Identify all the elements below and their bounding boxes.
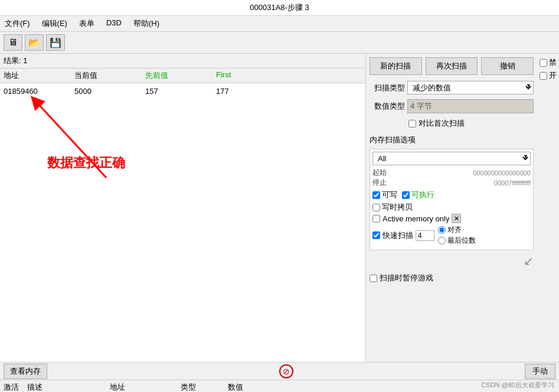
last-bit-label: 最后位数 <box>447 236 476 246</box>
side-open: 开 <box>540 70 557 81</box>
right-panel: 新的扫描 再次扫描 撤销 扫描类型 减少的数值 数值类型 4 字节 对比首次扫描… <box>366 54 537 362</box>
title-bar: 000031A8-步骤 3 <box>0 0 559 16</box>
annotation-text: 数据查找正确 <box>47 154 125 172</box>
side-disable: 禁 <box>540 57 557 68</box>
pause-game-label: 扫描时暂停游戏 <box>380 273 433 283</box>
table-header: 地址 当前值 先前值 First <box>0 68 365 83</box>
value-type-label: 数值类型 <box>370 101 405 112</box>
view-memory-button[interactable]: 查看内存 <box>4 364 47 379</box>
arrow-corner: ↙ <box>370 254 534 268</box>
footer-col-addr: 地址 <box>110 382 181 392</box>
active-memory-x-button[interactable]: ✕ <box>452 214 461 223</box>
fast-scan-row: 快速扫描 <box>372 230 434 241</box>
fast-scan-label: 快速扫描 <box>383 230 413 241</box>
cell-first: 177 <box>216 87 287 96</box>
table-body: 01859460 5000 157 177 数据查找正确 <box>0 83 365 362</box>
side-checkboxes: 禁 开 <box>537 54 559 362</box>
last-bit-radio-item: 最后位数 <box>438 236 476 246</box>
compare-first-label: 对比首次扫描 <box>419 118 465 129</box>
memory-all-wrapper: All <box>372 152 531 165</box>
scan-type-row: 扫描类型 减少的数值 <box>370 81 534 94</box>
fast-scan-checkbox[interactable] <box>372 231 380 239</box>
footer-col-type: 类型 <box>181 382 228 392</box>
arrow-overlay <box>0 83 372 319</box>
toolbar-btn-2[interactable]: 📂 <box>25 34 44 51</box>
fast-scan-input[interactable] <box>416 230 434 241</box>
writable-checkbox[interactable] <box>372 191 380 199</box>
align-radio-item: 对齐 <box>438 225 476 235</box>
value-type-row: 数值类型 4 字节 <box>370 99 534 113</box>
start-label: 起始 <box>372 168 389 178</box>
memory-all-select[interactable]: All <box>372 152 531 165</box>
scan-type-select[interactable]: 减少的数值 <box>407 81 534 94</box>
left-panel: 结果: 1 地址 当前值 先前值 First 01859460 5000 157… <box>0 54 366 362</box>
results-label: 结果: 1 <box>0 54 365 68</box>
pause-row: 扫描时暂停游戏 <box>370 273 534 283</box>
stop-label: 停止 <box>372 178 389 188</box>
footer-col-desc: 描述 <box>27 382 110 392</box>
cell-addr: 01859460 <box>4 87 74 96</box>
watermark: CSDN @80后大叔爱学习 <box>481 381 554 390</box>
menu-edit[interactable]: 编辑(E) <box>40 17 70 30</box>
table-row[interactable]: 01859460 5000 157 177 <box>4 86 362 97</box>
compare-first-row: 对比首次扫描 <box>408 118 534 129</box>
copy-on-write-checkbox[interactable] <box>372 204 380 211</box>
footer-table: 激活 描述 地址 类型 数值 无描述 01859460 4 字节 5000 <box>0 380 559 392</box>
align-radio[interactable] <box>438 226 446 234</box>
executable-item: 可执行 <box>402 190 434 200</box>
toolbar-btn-1[interactable]: 🖥 <box>4 34 22 51</box>
col-header-first: First <box>216 70 287 81</box>
scan-type-select-wrapper: 减少的数值 <box>407 81 534 94</box>
open-label: 开 <box>549 70 557 81</box>
scan-buttons: 新的扫描 再次扫描 撤销 <box>370 57 534 75</box>
cancel-icon[interactable]: ⊘ <box>279 364 293 378</box>
manual-button[interactable]: 手动 <box>525 364 555 379</box>
footer-col-active: 激活 <box>4 382 27 392</box>
align-label: 对齐 <box>447 225 462 235</box>
last-bit-radio[interactable] <box>438 237 446 244</box>
toolbar-btn-3[interactable]: 💾 <box>46 34 65 51</box>
menu-help[interactable]: 帮助(H) <box>131 17 162 30</box>
active-memory-checkbox[interactable] <box>372 215 380 223</box>
toolbar: 🖥 📂 💾 <box>0 32 559 54</box>
open-checkbox[interactable] <box>540 72 547 80</box>
menu-d3d[interactable]: D3D <box>104 17 124 30</box>
col-header-current: 当前值 <box>74 70 145 81</box>
bottom-bar: 查看内存 ⊘ 手动 <box>0 362 559 380</box>
arrow-icon: ↙ <box>524 254 534 268</box>
copy-on-write-label: 写时拷贝 <box>382 202 413 213</box>
copy-on-write-item: 写时拷贝 <box>372 202 531 213</box>
active-memory-label: Active memory only <box>383 214 449 223</box>
menu-bar: 文件(F) 编辑(E) 表单 D3D 帮助(H) <box>0 16 559 32</box>
col-header-addr: 地址 <box>4 70 74 81</box>
disable-checkbox[interactable] <box>540 59 547 67</box>
writable-item: 可写 <box>372 190 397 200</box>
disable-label: 禁 <box>549 57 557 68</box>
check-grid: 可写 可执行 <box>372 190 531 200</box>
start-addr-row: 起始 <box>372 168 531 178</box>
scan-type-label: 扫描类型 <box>370 83 405 93</box>
writable-label: 可写 <box>382 190 397 200</box>
executable-label: 可执行 <box>411 190 434 200</box>
fast-scan-section: 快速扫描 对齐 最后位数 <box>372 225 531 246</box>
rescan-button[interactable]: 再次扫描 <box>426 57 478 75</box>
start-addr-input[interactable] <box>390 169 531 177</box>
cell-prev: 157 <box>145 87 216 96</box>
compare-first-checkbox[interactable] <box>408 120 416 128</box>
cell-current: 5000 <box>74 87 145 96</box>
stop-addr-input[interactable] <box>390 179 531 187</box>
cancel-scan-button[interactable]: 撤销 <box>481 57 534 75</box>
window-title: 000031A8-步骤 3 <box>250 3 309 12</box>
col-header-prev: 先前值 <box>145 70 216 81</box>
new-scan-button[interactable]: 新的扫描 <box>370 57 422 75</box>
menu-form[interactable]: 表单 <box>77 17 97 30</box>
memory-options-box: All 起始 停止 可写 可执行 <box>370 149 534 250</box>
menu-file[interactable]: 文件(F) <box>2 17 32 30</box>
cancel-icon-area: ⊘ <box>52 364 520 378</box>
footer-header: 激活 描述 地址 类型 数值 <box>0 380 559 392</box>
pause-game-checkbox[interactable] <box>370 275 377 282</box>
radio-group: 对齐 最后位数 <box>438 225 476 246</box>
executable-checkbox[interactable] <box>402 191 410 199</box>
memory-options-label: 内存扫描选项 <box>370 135 534 145</box>
active-memory-row: Active memory only ✕ <box>372 214 531 223</box>
